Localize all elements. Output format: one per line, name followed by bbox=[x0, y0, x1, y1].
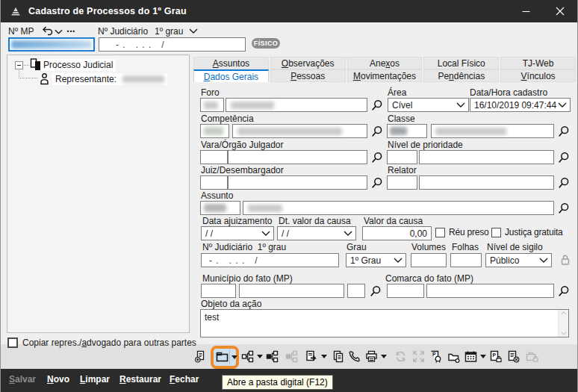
relator-name-input[interactable] bbox=[419, 175, 554, 190]
tab-anexos[interactable]: Anexos bbox=[347, 57, 423, 69]
valor-causa-value: 0,00 bbox=[410, 228, 427, 239]
undo-dropdown-icon[interactable] bbox=[55, 29, 63, 34]
prioridade-name-input[interactable] bbox=[419, 150, 554, 164]
tab-movimentacoes[interactable]: Movimentações bbox=[347, 69, 423, 82]
assunto-search-icon[interactable] bbox=[558, 202, 570, 214]
competencia-code-input[interactable] bbox=[200, 124, 229, 138]
municipio-uf-input[interactable] bbox=[347, 284, 365, 298]
vara-name-input[interactable] bbox=[228, 150, 367, 164]
tab-assuntos[interactable]: Assuntos bbox=[193, 57, 269, 69]
tab-vinculos[interactable]: Vínculos bbox=[500, 69, 576, 82]
reu-preso-checkbox[interactable] bbox=[435, 228, 445, 237]
more-options-icon[interactable]: ... bbox=[66, 22, 75, 34]
redacted-foro-name bbox=[231, 102, 274, 109]
comarca-search-icon[interactable] bbox=[558, 285, 570, 297]
fisico-badge-text: FÍSICO bbox=[254, 40, 278, 47]
classe-label: Classe bbox=[388, 113, 415, 124]
vara-search-icon[interactable] bbox=[371, 152, 383, 164]
juiz-name-input[interactable] bbox=[228, 175, 367, 190]
vara-code-input[interactable] bbox=[200, 150, 228, 164]
copy-button[interactable] bbox=[332, 349, 345, 364]
close-button[interactable] bbox=[543, 0, 577, 22]
certificate-button[interactable]: P bbox=[429, 349, 442, 364]
case-lock-button bbox=[526, 349, 538, 364]
competencia-name-input[interactable] bbox=[232, 124, 367, 138]
justica-gratuita-checkbox[interactable] bbox=[491, 228, 501, 237]
sigilo-select[interactable]: Público bbox=[485, 253, 552, 267]
scroll-up-icon[interactable] bbox=[561, 311, 567, 315]
undo-icon[interactable] bbox=[41, 26, 53, 37]
folhas-input[interactable] bbox=[450, 253, 482, 267]
salvar-button[interactable]: Salvar bbox=[9, 374, 36, 385]
tab-pessoas[interactable]: Pessoas bbox=[270, 69, 346, 82]
mp-number-input[interactable] bbox=[8, 37, 95, 52]
document-forward-button[interactable] bbox=[305, 349, 327, 364]
juiz-search-icon[interactable] bbox=[371, 177, 383, 189]
printer-button[interactable] bbox=[365, 349, 387, 364]
assunto-name-input[interactable] bbox=[243, 201, 554, 215]
area-select[interactable]: Cível bbox=[388, 98, 469, 112]
relator-label: Relator bbox=[388, 165, 417, 175]
hierarchy-button[interactable] bbox=[241, 349, 263, 364]
folder-status-button[interactable] bbox=[447, 349, 460, 364]
foro-code-input[interactable] bbox=[200, 98, 224, 112]
redacted-competencia-code bbox=[204, 127, 223, 135]
tab-pendencias[interactable]: Pendências bbox=[423, 69, 499, 82]
tab-dados-gerais[interactable]: Dados Gerais bbox=[193, 69, 269, 82]
document-cancel-button[interactable] bbox=[507, 349, 520, 364]
tree-collapse-toggle[interactable] bbox=[15, 61, 23, 69]
fechar-button[interactable]: Fechar bbox=[170, 374, 199, 385]
relator-search-icon[interactable] bbox=[558, 177, 570, 189]
judiciario-dropdown-icon[interactable] bbox=[189, 28, 198, 34]
tab-local-fisico[interactable]: Local Físico bbox=[423, 57, 499, 69]
tab-observacoes[interactable]: Observações bbox=[270, 57, 346, 69]
scroll-down-icon[interactable] bbox=[561, 332, 567, 335]
tree-connector bbox=[24, 65, 30, 66]
data-ajuizamento-select[interactable]: / / bbox=[201, 226, 274, 240]
valor-causa-input[interactable]: 0,00 bbox=[362, 226, 432, 240]
assunto-code-input[interactable] bbox=[200, 201, 240, 215]
competencia-search-icon[interactable] bbox=[371, 125, 383, 137]
municipio-search-icon[interactable] bbox=[370, 285, 382, 297]
copy-add-button[interactable] bbox=[194, 349, 207, 364]
restaurar-button[interactable]: Restaurar bbox=[119, 374, 161, 385]
tree-node-processo-judicial[interactable]: Processo Judicial bbox=[40, 59, 116, 71]
calendar-button[interactable] bbox=[464, 349, 486, 364]
tree-connector bbox=[19, 70, 19, 78]
hierarchy-filled-button[interactable] bbox=[266, 349, 279, 364]
volumes-input[interactable] bbox=[411, 253, 447, 267]
foro-search-icon[interactable] bbox=[371, 99, 383, 111]
classe-name-input[interactable] bbox=[431, 124, 554, 138]
novo-button[interactable]: Novo bbox=[47, 374, 69, 385]
judiciario-number-input[interactable]: - . . . . / bbox=[99, 37, 246, 52]
comarca-code-input[interactable] bbox=[387, 284, 424, 298]
objeto-scrollbar[interactable] bbox=[558, 310, 568, 337]
folhas-label: Folhas bbox=[452, 242, 479, 252]
objeto-textarea[interactable]: test bbox=[200, 309, 569, 337]
tab-tj-web[interactable]: TJ-Web bbox=[500, 57, 576, 69]
foro-label: Foro bbox=[201, 87, 220, 98]
copiar-representante-checkbox[interactable] bbox=[7, 337, 18, 348]
phone-button[interactable] bbox=[348, 349, 361, 364]
open-folder-button[interactable] bbox=[211, 346, 239, 369]
prioridade-code-input[interactable] bbox=[387, 150, 417, 164]
num-judiciario-input[interactable]: - . . . . / bbox=[201, 253, 339, 267]
limpar-button[interactable]: Limpar bbox=[80, 374, 110, 385]
comarca-name-input[interactable] bbox=[426, 284, 554, 298]
grau-select[interactable]: 1º Grau bbox=[346, 253, 406, 267]
tree-node-representante[interactable]: Representante: bbox=[52, 73, 167, 85]
prioridade-search-icon[interactable] bbox=[558, 152, 570, 164]
classe-code-input[interactable] bbox=[387, 124, 427, 138]
title-bar: Cadastro de Processos do 1º Grau bbox=[1, 0, 578, 22]
dt-valor-causa-select[interactable]: / / bbox=[277, 226, 356, 240]
classe-search-icon[interactable] bbox=[558, 125, 570, 137]
municipio-name-input[interactable] bbox=[239, 284, 344, 298]
relator-code-input[interactable] bbox=[387, 175, 417, 190]
data-hora-select[interactable]: 16/10/2019 09:47:44 AM bbox=[470, 98, 571, 112]
municipio-code-input[interactable] bbox=[201, 284, 236, 298]
juiz-code-input[interactable] bbox=[200, 175, 228, 190]
minimize-button[interactable] bbox=[509, 0, 543, 22]
hierarchy-icon bbox=[241, 350, 254, 363]
document-lock-button[interactable]: P bbox=[489, 349, 502, 364]
foro-name-input[interactable] bbox=[226, 98, 367, 112]
